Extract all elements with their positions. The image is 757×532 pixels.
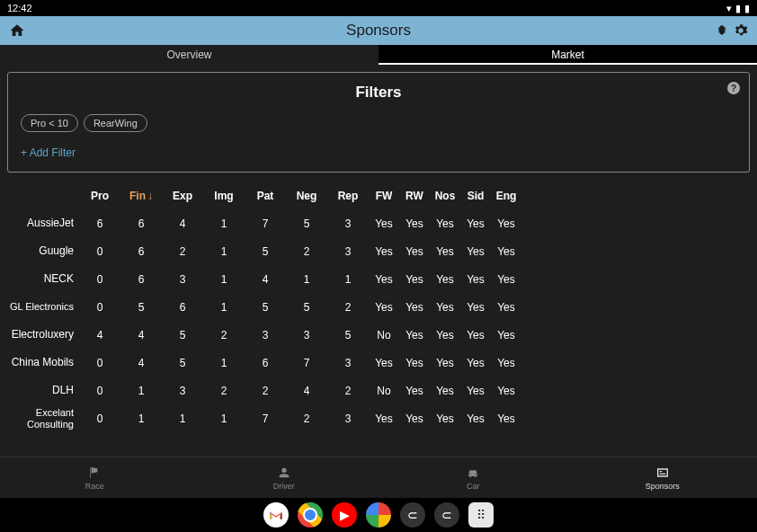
cell-pat: 5 bbox=[245, 301, 286, 314]
cell-exp: 6 bbox=[162, 301, 203, 314]
tab-overview[interactable]: Overview bbox=[0, 45, 378, 65]
battery-icon: ▮ bbox=[744, 3, 750, 14]
cell-eng: Yes bbox=[491, 217, 521, 230]
cell-sid: Yes bbox=[460, 245, 491, 258]
table-row[interactable]: GL Electronics0561552YesYesYesYesYes bbox=[7, 293, 750, 321]
cell-rw: Yes bbox=[399, 217, 430, 230]
cell-exp: 5 bbox=[162, 357, 203, 369]
cell-rep: 3 bbox=[327, 357, 369, 369]
table-row[interactable]: Guugle0621523YesYesYesYesYes bbox=[7, 237, 750, 265]
cell-pat: 4 bbox=[245, 273, 286, 286]
cell-fin: 6 bbox=[120, 273, 162, 286]
cell-fin: 6 bbox=[120, 217, 162, 230]
content: Filters ? Pro < 10 RearWing + Add Filter… bbox=[0, 65, 757, 494]
cell-exp: 2 bbox=[162, 245, 203, 258]
cell-neg: 4 bbox=[286, 385, 327, 397]
cell-fw: No bbox=[369, 385, 399, 397]
system-nav: ▶ ⊂ ⊂ ⠿ bbox=[0, 498, 757, 532]
add-filter-button[interactable]: + Add Filter bbox=[21, 146, 736, 159]
gear-icon[interactable] bbox=[734, 23, 748, 38]
cell-rw: Yes bbox=[399, 329, 430, 341]
nav-race[interactable]: Race bbox=[0, 457, 190, 498]
col-img[interactable]: Img bbox=[203, 190, 245, 202]
cell-rep: 2 bbox=[327, 385, 369, 397]
gmail-icon[interactable] bbox=[263, 502, 289, 528]
col-rw[interactable]: RW bbox=[399, 190, 430, 202]
cell-pro: 0 bbox=[79, 301, 120, 314]
table-row[interactable]: China Mobils0451673YesYesYesYesYes bbox=[7, 349, 750, 377]
nav-car[interactable]: Car bbox=[378, 457, 568, 498]
cell-eng: Yes bbox=[491, 273, 521, 286]
table-row[interactable]: NECK0631411YesYesYesYesYes bbox=[7, 265, 750, 293]
photos-icon[interactable] bbox=[366, 502, 391, 528]
sponsor-name: Excelant Consulting bbox=[7, 407, 79, 429]
filter-chip-rearwing[interactable]: RearWing bbox=[84, 114, 147, 132]
cell-pro: 0 bbox=[79, 245, 120, 258]
col-pro[interactable]: Pro bbox=[79, 190, 120, 202]
sponsor-name: Electroluxery bbox=[7, 329, 79, 341]
cell-neg: 2 bbox=[286, 245, 327, 258]
nav-sponsors[interactable]: Sponsors bbox=[568, 457, 758, 498]
col-exp[interactable]: Exp bbox=[162, 190, 203, 202]
cell-rep: 3 bbox=[327, 245, 369, 258]
col-rep[interactable]: Rep bbox=[327, 190, 369, 202]
table-row[interactable]: AussieJet6641753YesYesYesYesYes bbox=[7, 209, 750, 237]
table-header: Pro Fin↓ Exp Img Pat Neg Rep FW RW Nos S… bbox=[7, 182, 750, 209]
tab-market[interactable]: Market bbox=[378, 45, 757, 65]
cell-sid: Yes bbox=[460, 301, 491, 314]
col-pat[interactable]: Pat bbox=[245, 190, 286, 202]
cell-fw: Yes bbox=[369, 273, 399, 286]
sponsor-name: DLH bbox=[7, 385, 79, 396]
app-icon-2[interactable]: ⊂ bbox=[434, 502, 459, 528]
cell-neg: 2 bbox=[286, 412, 327, 425]
sponsors-table: Pro Fin↓ Exp Img Pat Neg Rep FW RW Nos S… bbox=[7, 182, 750, 432]
cell-neg: 5 bbox=[286, 301, 327, 314]
col-nos[interactable]: Nos bbox=[430, 190, 460, 202]
col-fw[interactable]: FW bbox=[369, 190, 399, 202]
cell-fw: Yes bbox=[369, 301, 399, 314]
table-row[interactable]: DLH0132242NoYesYesYesYes bbox=[7, 377, 750, 404]
cell-fw: Yes bbox=[369, 217, 399, 230]
cell-pat: 5 bbox=[245, 245, 286, 258]
chrome-icon[interactable] bbox=[298, 502, 323, 528]
status-bar: 12:42 ▾ ▮ ▮ bbox=[0, 0, 757, 16]
cell-img: 1 bbox=[203, 412, 245, 425]
apps-grid-icon[interactable]: ⠿ bbox=[468, 502, 494, 528]
cell-neg: 5 bbox=[286, 217, 327, 230]
cell-rw: Yes bbox=[399, 385, 430, 397]
cell-neg: 3 bbox=[286, 329, 327, 341]
cell-rep: 2 bbox=[327, 301, 369, 314]
cell-fin: 4 bbox=[120, 357, 162, 369]
status-time: 12:42 bbox=[7, 3, 32, 13]
cell-rep: 5 bbox=[327, 329, 369, 341]
cell-nos: Yes bbox=[430, 273, 460, 286]
filters-panel: Filters ? Pro < 10 RearWing + Add Filter bbox=[7, 72, 750, 173]
cell-fw: Yes bbox=[369, 245, 399, 258]
cell-fin: 6 bbox=[120, 245, 162, 258]
app-icon-1[interactable]: ⊂ bbox=[400, 502, 425, 528]
table-row[interactable]: Electroluxery4452335NoYesYesYesYes bbox=[7, 321, 750, 349]
cell-rep: 3 bbox=[327, 217, 369, 230]
cell-sid: Yes bbox=[460, 329, 491, 341]
col-fin[interactable]: Fin↓ bbox=[120, 190, 162, 202]
cell-img: 1 bbox=[203, 273, 245, 286]
cell-img: 1 bbox=[203, 301, 245, 314]
col-sid[interactable]: Sid bbox=[460, 190, 491, 202]
cell-img: 1 bbox=[203, 357, 245, 369]
status-icons: ▾ ▮ ▮ bbox=[726, 3, 750, 14]
tabs: Overview Market bbox=[0, 45, 757, 65]
nav-driver[interactable]: Driver bbox=[190, 457, 379, 498]
home-icon[interactable] bbox=[9, 22, 25, 39]
cell-rw: Yes bbox=[399, 273, 430, 286]
cell-sid: Yes bbox=[460, 273, 491, 286]
filter-chip-pro[interactable]: Pro < 10 bbox=[21, 114, 78, 132]
col-eng[interactable]: Eng bbox=[491, 190, 521, 202]
cell-exp: 5 bbox=[162, 329, 203, 341]
col-neg[interactable]: Neg bbox=[286, 190, 327, 202]
table-row[interactable]: Excelant Consulting0111723YesYesYesYesYe… bbox=[7, 404, 750, 432]
help-icon[interactable]: ? bbox=[727, 82, 740, 94]
cell-exp: 3 bbox=[162, 273, 203, 286]
sponsor-name: AussieJet bbox=[7, 217, 79, 229]
youtube-icon[interactable]: ▶ bbox=[332, 502, 357, 528]
bug-icon[interactable] bbox=[716, 23, 728, 38]
